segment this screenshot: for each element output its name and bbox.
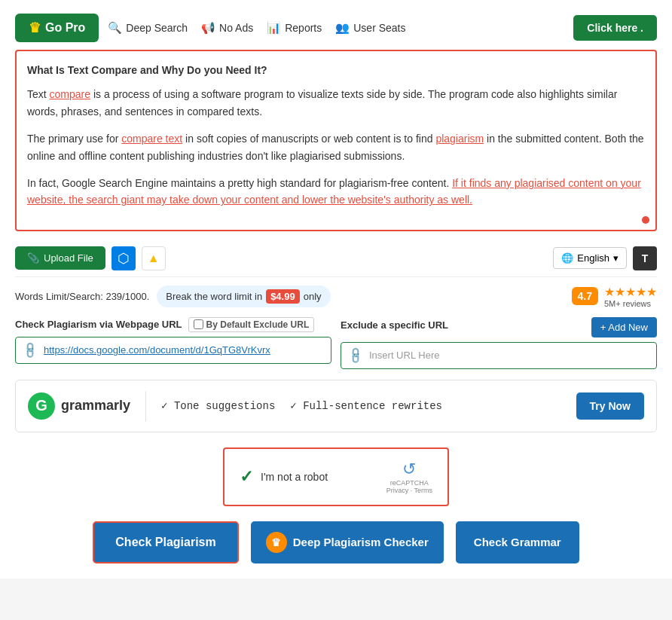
feature-no-ads[interactable]: 📢 No Ads <box>201 21 253 35</box>
url-placeholder-text: Insert URL Here <box>369 350 439 361</box>
check-grammar-button[interactable]: Check Grammar <box>456 521 579 563</box>
recaptcha-section: ✓ I'm not a robot ↺ reCAPTCHA Privacy · … <box>15 447 657 506</box>
crown-icon: ♛ <box>29 20 41 36</box>
text-heading: What Is Text Compare and Why Do you Need… <box>27 62 645 78</box>
bottom-buttons: Check Plagiarism ♛ Deep Plagiarism Check… <box>15 521 657 563</box>
dropbox-icon: ⬡ <box>118 250 130 267</box>
chevron-down-icon: ▾ <box>613 252 619 264</box>
recaptcha-logo: ↺ reCAPTCHA Privacy · Terms <box>386 460 432 494</box>
deep-plagiarism-label: Deep Plagiarism Checker <box>293 536 429 548</box>
url-value: https://docs.google.com/document/d/1GqTG… <box>44 344 270 356</box>
grammarly-banner: G grammarly ✓ Tone suggestions ✓ Full-se… <box>15 380 657 432</box>
captcha-checkmark: ✓ <box>240 467 253 487</box>
plagiarism-link: plagiarism <box>435 133 484 145</box>
go-pro-button[interactable]: ♛ Go Pro <box>15 14 99 42</box>
rating-badge: 4.7 <box>572 287 598 305</box>
users-icon: 👥 <box>335 21 350 35</box>
url-input-wrapper[interactable]: 🔗 https://docs.google.com/document/d/1Gq… <box>15 337 331 364</box>
text-paragraph2: The primary use for compare text in soft… <box>27 130 645 164</box>
language-label: English <box>577 252 609 264</box>
words-limit-text: Words Limit/Search: 239/1000. <box>15 291 149 302</box>
url-left: Check Plagiarism via Webpage URL By Defa… <box>15 317 331 364</box>
feature-user-seats-label: User Seats <box>353 22 405 34</box>
feature-no-ads-label: No Ads <box>219 22 253 34</box>
add-new-button[interactable]: + Add New <box>591 317 657 337</box>
feature-deep-search[interactable]: 🔍 Deep Search <box>108 21 188 35</box>
exclude-url-checkbox[interactable] <box>194 319 203 329</box>
grammarly-brand-name: grammarly <box>61 398 130 414</box>
check-plagiarism-button[interactable]: Check Plagiarism <box>93 521 238 563</box>
text-paragraph3: In fact, Google Search Engine maintains … <box>27 175 645 209</box>
grammarly-logo: G grammarly <box>28 392 130 420</box>
red-dot <box>642 216 649 224</box>
click-here-button[interactable]: Click here . <box>573 15 657 41</box>
upload-file-button[interactable]: 📎 Upload File <box>15 246 105 270</box>
deep-plagiarism-button[interactable]: ♛ Deep Plagiarism Checker <box>251 521 444 563</box>
gdrive-button[interactable]: ▲ <box>142 246 166 270</box>
pro-banner: ♛ Go Pro 🔍 Deep Search 📢 No Ads 📊 Report… <box>15 8 657 50</box>
exclude-label-text: By Default Exclude URL <box>206 319 310 330</box>
exclude-url-label: Exclude a specific URL <box>341 319 448 331</box>
grammarly-g-icon: G <box>28 392 55 420</box>
recaptcha-brand: reCAPTCHA <box>386 479 432 487</box>
globe-icon: 🌐 <box>561 252 573 264</box>
toolbar: 📎 Upload File ⬡ ▲ 🌐 English ▾ T <box>15 240 657 277</box>
compare-link2: compare text <box>121 133 182 145</box>
rating-section: 4.7 ★★★★★ 5M+ reviews <box>572 285 657 308</box>
price-badge: $4.99 <box>266 289 300 304</box>
text-content: What Is Text Compare and Why Do you Need… <box>27 62 645 209</box>
url-left-label: Check Plagiarism via Webpage URL By Defa… <box>15 317 331 332</box>
reviews-text: 5M+ reviews <box>604 299 657 308</box>
upload-file-label: Upload File <box>44 252 93 264</box>
break-limit-badge[interactable]: Break the word limit in $4.99 only <box>157 286 330 307</box>
text-area-wrapper[interactable]: What Is Text Compare and Why Do you Need… <box>15 50 657 231</box>
only-text: only <box>304 291 322 302</box>
deep-plagiarism-crown-icon: ♛ <box>266 532 287 553</box>
recaptcha-icon: ↺ <box>386 460 432 479</box>
url-right: Exclude a specific URL + Add New 🔗 Inser… <box>341 317 657 369</box>
recaptcha-sub: Privacy · Terms <box>386 487 432 494</box>
exclude-url-checkbox-label[interactable]: By Default Exclude URL <box>188 317 315 332</box>
text-paragraph1: Text compare is a process of using a sof… <box>27 86 645 120</box>
reports-icon: 📊 <box>267 21 281 35</box>
dropbox-button[interactable]: ⬡ <box>111 246 136 270</box>
paperclip-icon: 📎 <box>27 252 39 264</box>
grammarly-divider <box>145 391 146 421</box>
ads-icon: 📢 <box>201 21 215 35</box>
exclude-url-input[interactable]: 🔗 Insert URL Here <box>341 342 657 369</box>
link-icon: 🔗 <box>20 341 40 360</box>
feature-reports[interactable]: 📊 Reports <box>267 21 322 35</box>
try-now-button[interactable]: Try Now <box>576 392 644 420</box>
captcha-checkbox-area: ✓ I'm not a robot <box>240 467 328 487</box>
check-plagiarism-url-label: Check Plagiarism via Webpage URL <box>15 319 182 330</box>
feature-reports-label: Reports <box>285 22 322 34</box>
compare-link1: compare <box>50 88 90 100</box>
feature-user-seats[interactable]: 👥 User Seats <box>335 21 405 35</box>
content-link: If it finds any plagiarised content on y… <box>27 177 641 206</box>
grammarly-feature-sentences: ✓ Full-sentence rewrites <box>290 399 442 412</box>
words-limit-row: Words Limit/Search: 239/1000. Break the … <box>15 285 657 308</box>
toolbar-right: 🌐 English ▾ T <box>553 246 657 270</box>
pro-features-list: 🔍 Deep Search 📢 No Ads 📊 Reports 👥 User … <box>108 21 564 35</box>
gdrive-icon: ▲ <box>148 252 160 265</box>
link-icon-gray: 🔗 <box>346 346 365 365</box>
grammarly-feature-tone: ✓ Tone suggestions <box>161 399 275 412</box>
url-section: Check Plagiarism via Webpage URL By Defa… <box>15 317 657 369</box>
recaptcha-box[interactable]: ✓ I'm not a robot ↺ reCAPTCHA Privacy · … <box>223 447 449 506</box>
star-rating: ★★★★★ <box>604 285 657 299</box>
language-selector[interactable]: 🌐 English ▾ <box>553 247 627 269</box>
go-pro-label: Go Pro <box>45 21 85 35</box>
break-text: Break the word limit in <box>166 291 262 302</box>
search-icon: 🔍 <box>108 21 122 35</box>
feature-deep-search-label: Deep Search <box>126 22 188 34</box>
grammarly-features: ✓ Tone suggestions ✓ Full-sentence rewri… <box>161 399 442 412</box>
url-right-header: Exclude a specific URL + Add New <box>341 317 657 337</box>
text-format-button[interactable]: T <box>633 246 657 270</box>
captcha-label: I'm not a robot <box>261 471 328 483</box>
